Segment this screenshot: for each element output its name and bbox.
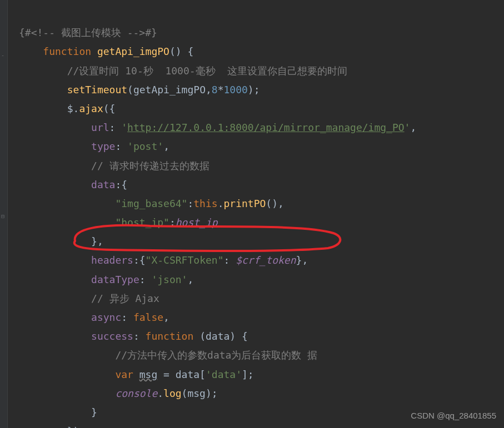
gutter: ⊟ - (0, 0, 8, 428)
fold-mark-icon: - (1, 50, 4, 61)
code-content[interactable]: {#<!-- 截图上传模块 -->#} function getApi_imgP… (8, 4, 504, 428)
watermark: CSDN @qq_28401855 (411, 408, 496, 424)
code-line: {#<!-- 截图上传模块 -->#} (19, 27, 157, 38)
fold-mark-icon: ⊟ (1, 211, 4, 221)
code-editor[interactable]: ⊟ - {#<!-- 截图上传模块 -->#} function getApi_… (0, 0, 504, 428)
